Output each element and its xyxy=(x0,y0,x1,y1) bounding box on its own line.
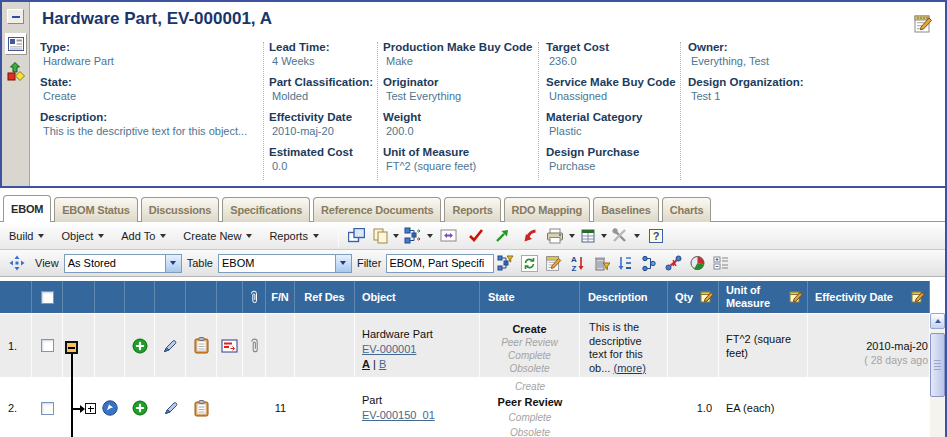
tools-button[interactable] xyxy=(612,228,640,244)
field-label: Originator xyxy=(383,75,535,89)
tab-discussions[interactable]: Discussions xyxy=(141,197,220,222)
row-edit-cell xyxy=(155,379,186,437)
tab-baselines[interactable]: Baselines xyxy=(593,197,659,222)
edit-icon xyxy=(913,14,933,34)
application-window: Hardware Part, EV-000001, A Type:Hardwar… xyxy=(0,0,947,437)
tree-nodes-icon xyxy=(641,255,658,272)
disconnect-button[interactable] xyxy=(662,252,684,274)
row-checkbox[interactable] xyxy=(41,339,54,352)
menu-label: Add To xyxy=(121,230,155,242)
row-cell xyxy=(217,379,243,437)
filter-input[interactable] xyxy=(386,254,494,273)
compare-button[interactable] xyxy=(438,225,460,247)
menu-reports[interactable]: Reports xyxy=(269,230,319,242)
paperclip-icon[interactable] xyxy=(249,336,260,355)
expand-all-button[interactable] xyxy=(710,252,732,274)
sort-button[interactable]: AZ xyxy=(566,252,588,274)
edit-table-button[interactable] xyxy=(542,252,564,274)
menu-build[interactable]: Build xyxy=(9,230,44,242)
order-button[interactable] xyxy=(614,252,636,274)
row-checkbox[interactable] xyxy=(41,402,54,415)
remove-filter-button[interactable] xyxy=(590,252,612,274)
print-button[interactable] xyxy=(546,228,575,244)
row-number: 1. xyxy=(0,314,32,377)
field-label: Target Cost xyxy=(546,40,676,54)
expand-row-toggle[interactable] xyxy=(85,403,96,414)
menu-add-to[interactable]: Add To xyxy=(121,230,166,242)
sort-az-icon: AZ xyxy=(570,255,585,272)
paste-structure-button[interactable] xyxy=(404,227,433,244)
pen-icon[interactable] xyxy=(163,400,179,416)
column-description[interactable]: Description xyxy=(580,281,668,313)
object-id-link[interactable]: EV-000150_01 xyxy=(362,409,435,421)
more-link[interactable]: (more) xyxy=(613,362,645,374)
toolbar-separator xyxy=(338,225,339,247)
menu-object[interactable]: Object xyxy=(61,230,104,242)
scroll-up-button[interactable] xyxy=(930,313,945,329)
structure-view-button[interactable] xyxy=(638,252,660,274)
field-value: 2010-maj-20 xyxy=(269,124,373,138)
revision-a-link[interactable]: A xyxy=(362,358,370,370)
dropdown-button[interactable] xyxy=(165,255,181,272)
menu-label: Object xyxy=(61,230,93,242)
svg-text:Z: Z xyxy=(571,264,576,272)
field-separator xyxy=(538,42,539,180)
column-state[interactable]: State xyxy=(480,281,580,313)
view-select[interactable]: As Stored xyxy=(64,254,182,273)
validate-button[interactable] xyxy=(465,225,487,247)
column-object[interactable]: Object xyxy=(355,281,480,313)
column-uom[interactable]: Unit of Measure xyxy=(719,281,808,313)
plus-icon-v xyxy=(90,406,91,412)
tab-ebom-status[interactable]: EBOM Status xyxy=(54,197,137,222)
field-value: Test Everything xyxy=(383,89,535,103)
filter-structure-button[interactable] xyxy=(494,252,516,274)
column-action-4 xyxy=(186,281,217,313)
select-all-checkbox[interactable] xyxy=(41,291,54,304)
row-qty-cell: 1.0 xyxy=(668,379,719,437)
export-button[interactable] xyxy=(580,228,607,244)
clipboard-icon[interactable] xyxy=(194,337,209,354)
replace-icon[interactable] xyxy=(221,339,238,353)
column-ref-des[interactable]: Ref Des xyxy=(295,281,355,313)
effectivity-ago: ( 28 days ago xyxy=(808,353,928,367)
chevron-down-icon xyxy=(246,234,252,238)
promote-button[interactable] xyxy=(492,225,514,247)
revision-b-link[interactable]: B xyxy=(379,358,386,370)
collapse-row-toggle[interactable] xyxy=(65,341,78,354)
navigate-icon[interactable] xyxy=(102,400,118,416)
table-select[interactable]: EBOM xyxy=(218,254,352,273)
dropdown-button[interactable] xyxy=(335,255,351,272)
properties-view-button[interactable] xyxy=(5,33,27,55)
svg-text:A: A xyxy=(571,255,577,264)
tab-rdo-mapping[interactable]: RDO Mapping xyxy=(504,197,591,222)
lifecycle-button[interactable] xyxy=(6,62,26,82)
edit-details-button[interactable] xyxy=(913,14,933,34)
tab-specifications[interactable]: Specifications xyxy=(222,197,310,222)
clipboard-icon[interactable] xyxy=(194,400,209,417)
pen-icon[interactable] xyxy=(162,338,178,354)
column-qty[interactable]: Qty xyxy=(668,281,719,313)
pie-chart-icon xyxy=(689,255,706,271)
copy-button[interactable] xyxy=(373,228,399,244)
field-separator xyxy=(263,42,264,180)
scrollbar-thumb[interactable] xyxy=(930,333,945,397)
column-fn[interactable]: F/N xyxy=(266,281,295,313)
add-icon[interactable] xyxy=(132,338,148,354)
tab-reports[interactable]: Reports xyxy=(444,197,500,222)
open-window-button[interactable] xyxy=(346,225,368,247)
demote-button[interactable] xyxy=(519,225,541,247)
object-details-panel: Hardware Part, EV-000001, A Type:Hardwar… xyxy=(0,0,947,188)
tab-ebom[interactable]: EBOM xyxy=(3,195,51,222)
refresh-button[interactable] xyxy=(518,252,540,274)
chart-button[interactable] xyxy=(686,252,708,274)
add-icon[interactable] xyxy=(132,400,148,416)
collapse-panel-button[interactable] xyxy=(7,9,24,24)
tab-charts[interactable]: Charts xyxy=(662,197,712,222)
object-id-link[interactable]: EV-000001 xyxy=(362,343,416,355)
column-effectivity[interactable]: Effectivity Date xyxy=(808,281,930,313)
menu-create-new[interactable]: Create New xyxy=(183,230,252,242)
tab-reference-documents[interactable]: Reference Documents xyxy=(313,197,441,222)
help-button[interactable]: ? xyxy=(645,225,667,247)
vertical-scrollbar[interactable] xyxy=(930,313,945,437)
maximize-table-button[interactable] xyxy=(6,252,28,274)
